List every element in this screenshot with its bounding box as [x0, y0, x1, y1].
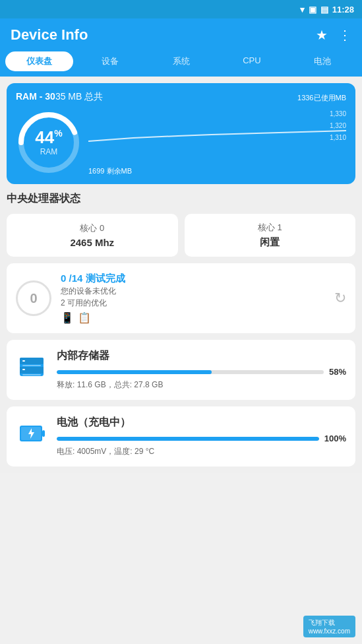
ram-used: 1336已使用MB	[297, 91, 346, 103]
menu-button[interactable]: ⋮	[338, 27, 351, 43]
opt-desc-2: 2 可用的优化	[61, 297, 325, 309]
ram-header: RAM - 3035 MB 总共 1336已使用MB	[16, 91, 346, 103]
clock: 11:28	[332, 5, 354, 15]
svg-rect-8	[22, 374, 41, 375]
svg-rect-7	[22, 365, 41, 366]
storage-bar-bg	[57, 370, 324, 374]
core-1-value: 闲置	[260, 236, 280, 249]
ram-percent: 44%	[35, 129, 62, 146]
opt-desc-1: 您的设备未优化	[61, 285, 325, 297]
tab-battery[interactable]: 电池	[289, 51, 357, 71]
chart-label-2: 1,320	[330, 120, 346, 132]
status-bar: ▾ ▣ ▤ 11:28	[0, 0, 362, 18]
core-card-0: 核心 0 2465 Mhz	[7, 214, 178, 257]
storage-bar-row: 58%	[57, 367, 346, 377]
chart-label-3: 1,310	[330, 132, 346, 144]
storage-icon	[16, 351, 47, 389]
battery-bar-fill	[57, 437, 319, 441]
storage-percent: 58%	[329, 367, 346, 377]
chart-label-1: 1,330	[330, 108, 346, 120]
status-icons: ▾ ▣ ▤ 11:28	[300, 5, 354, 15]
storage-bar-fill	[57, 370, 212, 374]
tab-system[interactable]: 系统	[147, 51, 215, 71]
storage-info: 内部存储器 58% 释放: 11.6 GB，总共: 27.8 GB	[57, 349, 346, 391]
battery-title: 电池（充电中）	[57, 416, 346, 430]
battery-desc: 电压: 4005mV，温度: 29 °C	[57, 446, 346, 457]
storage-title: 内部存储器	[57, 349, 346, 363]
wifi-icon: ▾	[300, 5, 305, 15]
app-title: Device Info	[11, 26, 88, 44]
watermark-line2: www.fxxz.com	[309, 628, 350, 635]
ram-remaining: 1699 剩余MB	[88, 166, 346, 176]
battery-icon	[16, 418, 47, 455]
signal-icon: ▣	[309, 5, 317, 15]
tab-dashboard[interactable]: 仪表盘	[5, 51, 73, 71]
ram-chart-area: 1,330 1,320 1,310 1699 剩余MB	[88, 108, 346, 176]
optimization-card: 0 0 /14 测试完成 您的设备未优化 2 可用的优化 📱 📋 ↻	[7, 263, 355, 333]
ram-gauge-label: RAM	[35, 147, 62, 156]
battery-bar-row: 100%	[57, 434, 346, 443]
tab-device[interactable]: 设备	[76, 51, 144, 71]
storage-desc: 释放: 11.6 GB，总共: 27.8 GB	[57, 379, 346, 391]
cpu-section-title: 中央处理器状态	[7, 191, 355, 207]
ram-used-label: 已使用MB	[314, 94, 347, 102]
battery-percent: 100%	[324, 434, 346, 443]
battery-card: 电池（充电中） 100% 电压: 4005mV，温度: 29 °C	[7, 406, 355, 467]
chart-labels: 1,330 1,320 1,310	[330, 108, 346, 144]
battery-status-icon: ▤	[320, 5, 328, 15]
ram-total-bold: 30	[45, 91, 55, 102]
svg-rect-5	[22, 360, 25, 362]
core-0-value: 2465 Mhz	[70, 237, 114, 248]
ram-used-value: 1336	[297, 94, 313, 102]
watermark: 飞翔下载 www.fxxz.com	[303, 616, 355, 637]
ram-title: RAM - 3035 MB 总共	[16, 91, 103, 103]
tab-bar: 仪表盘 设备 系统 CPU 电池	[0, 51, 362, 77]
ram-title-prefix: RAM -	[16, 91, 45, 102]
ram-body: 44% RAM 1,330 1,320 1,310 1699 剩余MB	[16, 108, 346, 176]
ram-card: RAM - 3035 MB 总共 1336已使用MB 44% R	[7, 83, 355, 184]
core-card-1: 核心 1 闲置	[185, 214, 356, 257]
storage-card: 内部存储器 58% 释放: 11.6 GB，总共: 27.8 GB	[7, 340, 355, 400]
battery-bar-bg	[57, 437, 319, 441]
tab-cpu[interactable]: CPU	[218, 51, 286, 71]
phone-icon: 📱	[61, 311, 74, 324]
battery-info: 电池（充电中） 100% 电压: 4005mV，温度: 29 °C	[57, 416, 346, 457]
ram-gauge-text: 44% RAM	[35, 129, 62, 156]
opt-info: 0 /14 测试完成 您的设备未优化 2 可用的优化 📱 📋	[61, 273, 325, 324]
core-0-name: 核心 0	[80, 222, 104, 234]
cpu-cores-row: 核心 0 2465 Mhz 核心 1 闲置	[7, 214, 355, 257]
app-header: Device Info ★ ⋮	[0, 18, 362, 51]
core-1-name: 核心 1	[258, 222, 282, 234]
opt-device-icons: 📱 📋	[61, 311, 325, 324]
star-button[interactable]: ★	[316, 27, 328, 43]
refresh-button[interactable]: ↻	[334, 290, 346, 307]
svg-rect-6	[22, 369, 25, 370]
ram-total-suffix: 35 MB 总共	[55, 91, 103, 102]
main-content: RAM - 3035 MB 总共 1336已使用MB 44% R	[0, 77, 362, 473]
opt-tests: 0 /14 测试完成	[61, 273, 325, 285]
watermark-line1: 飞翔下载	[309, 618, 350, 628]
tablet-icon: 📋	[78, 311, 91, 324]
svg-rect-10	[42, 430, 45, 437]
ram-gauge: 44% RAM	[16, 110, 82, 176]
opt-score: 0	[16, 280, 51, 316]
header-actions: ★ ⋮	[316, 27, 351, 43]
